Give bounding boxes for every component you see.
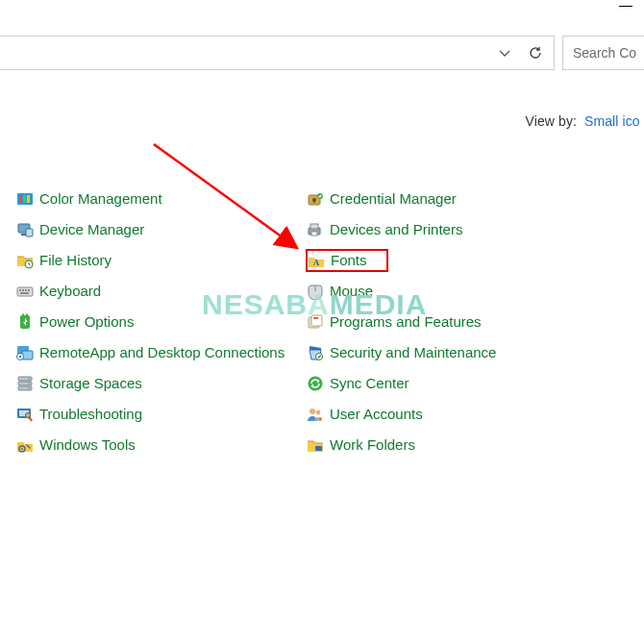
- svg-point-24: [28, 378, 30, 380]
- svg-rect-43: [313, 317, 318, 319]
- storage-icon: [16, 375, 34, 392]
- svg-rect-15: [22, 314, 24, 317]
- cp-item-label: Fonts: [331, 252, 367, 269]
- control-panel-items: Color ManagementDevice ManagerFile Histo…: [15, 187, 644, 457]
- svg-rect-23: [18, 386, 32, 390]
- cp-item-label: Security and Maintenance: [330, 344, 496, 361]
- devices-printers-icon: [307, 221, 324, 238]
- svg-rect-11: [25, 289, 27, 291]
- addressbar-row: Search Co: [0, 36, 644, 70]
- cp-item-windows-tools[interactable]: Windows Tools: [15, 433, 306, 457]
- search-placeholder: Search Co: [573, 45, 636, 61]
- viewby-label: View by:: [526, 113, 577, 129]
- svg-point-25: [28, 383, 30, 384]
- svg-rect-3: [27, 195, 30, 203]
- cp-item-label: Keyboard: [39, 283, 101, 300]
- cp-item-device-manager[interactable]: Device Manager: [15, 218, 306, 241]
- cp-item-label: Credential Manager: [330, 190, 457, 208]
- svg-point-26: [28, 387, 30, 389]
- mouse-icon: [307, 283, 324, 300]
- cp-item-keyboard[interactable]: Keyboard: [15, 280, 306, 303]
- svg-point-47: [316, 410, 321, 415]
- cp-item-label: User Accounts: [330, 406, 423, 423]
- viewby-dropdown[interactable]: Small ico: [584, 113, 644, 129]
- svg-point-45: [309, 377, 323, 391]
- svg-rect-2: [23, 195, 26, 203]
- cp-item-sync-center[interactable]: Sync Center: [306, 372, 632, 395]
- cp-item-label: Color Management: [39, 190, 162, 208]
- svg-rect-22: [18, 382, 32, 385]
- cp-item-label: Troubleshooting: [39, 406, 142, 423]
- users-icon: [307, 406, 324, 423]
- cp-item-label: File History: [39, 252, 111, 269]
- cp-item-label: Programs and Features: [330, 313, 482, 331]
- work-folders-icon: [307, 436, 324, 454]
- fonts-icon: A: [308, 252, 325, 269]
- refresh-button[interactable]: [521, 38, 550, 67]
- security-icon: [307, 344, 324, 361]
- svg-rect-21: [18, 377, 32, 381]
- items-column-left: Color ManagementDevice ManagerFile Histo…: [15, 187, 306, 457]
- window-minimize-button[interactable]: [619, 6, 632, 7]
- keyboard-icon: [16, 283, 34, 300]
- svg-rect-8: [17, 287, 33, 296]
- cp-item-work-folders[interactable]: Work Folders: [306, 433, 632, 457]
- svg-rect-16: [26, 314, 28, 317]
- svg-rect-49: [315, 446, 322, 451]
- cp-item-devices-printers[interactable]: Devices and Printers: [306, 218, 632, 241]
- svg-rect-1: [19, 195, 22, 203]
- troubleshoot-icon: [16, 406, 34, 423]
- cp-item-label: Devices and Printers: [330, 221, 462, 238]
- search-input[interactable]: Search Co: [562, 36, 644, 70]
- cp-item-label: Mouse: [330, 283, 373, 300]
- file-history-icon: [16, 252, 34, 269]
- svg-point-31: [21, 448, 23, 450]
- cp-item-programs-features[interactable]: Programs and Features: [306, 310, 632, 334]
- svg-rect-38: [311, 232, 317, 235]
- svg-rect-13: [20, 292, 29, 294]
- svg-rect-42: [311, 315, 322, 326]
- cp-item-label: Work Folders: [330, 436, 415, 454]
- svg-point-46: [310, 409, 315, 414]
- items-column-right: Credential ManagerDevices and PrintersAF…: [306, 187, 632, 457]
- address-bar[interactable]: [0, 36, 555, 70]
- cp-item-label: Power Options: [39, 313, 134, 331]
- color-mgmt-icon: [16, 190, 34, 208]
- device-mgr-icon: [16, 221, 34, 238]
- cp-item-storage-spaces[interactable]: Storage Spaces: [15, 372, 306, 395]
- cp-item-fonts[interactable]: AFonts: [306, 249, 388, 272]
- power-icon: [16, 313, 34, 331]
- svg-rect-9: [19, 289, 21, 291]
- cp-item-power-options[interactable]: Power Options: [15, 310, 306, 334]
- cp-item-remoteapp[interactable]: RemoteApp and Desktop Connections: [15, 341, 306, 364]
- cp-item-label: Device Manager: [39, 221, 144, 238]
- svg-rect-10: [22, 289, 24, 291]
- svg-text:A: A: [313, 258, 320, 267]
- svg-rect-34: [313, 200, 314, 203]
- cp-item-label: Storage Spaces: [39, 375, 142, 392]
- cp-item-label: Windows Tools: [39, 436, 136, 454]
- svg-point-29: [26, 413, 31, 418]
- svg-rect-37: [310, 224, 318, 229]
- cp-item-mouse[interactable]: Mouse: [306, 280, 632, 303]
- cp-item-label: Sync Center: [330, 375, 409, 392]
- cp-item-security-maintenance[interactable]: Security and Maintenance: [306, 341, 632, 364]
- cp-item-user-accounts[interactable]: User Accounts: [306, 403, 632, 426]
- cp-item-credential-manager[interactable]: Credential Manager: [306, 187, 632, 211]
- svg-rect-6: [26, 229, 33, 236]
- svg-point-20: [19, 356, 21, 358]
- address-dropdown-button[interactable]: [490, 38, 519, 67]
- svg-rect-12: [28, 289, 30, 291]
- credential-icon: [307, 190, 324, 208]
- programs-icon: [307, 313, 324, 331]
- sync-icon: [307, 375, 324, 392]
- remoteapp-icon: [16, 344, 34, 361]
- tools-icon: [16, 436, 34, 454]
- cp-item-file-history[interactable]: File History: [15, 249, 306, 272]
- cp-item-label: RemoteApp and Desktop Connections: [39, 344, 285, 361]
- viewby-row: View by: Small ico: [526, 113, 644, 129]
- cp-item-color-management[interactable]: Color Management: [15, 187, 306, 211]
- cp-item-troubleshooting[interactable]: Troubleshooting: [15, 403, 306, 426]
